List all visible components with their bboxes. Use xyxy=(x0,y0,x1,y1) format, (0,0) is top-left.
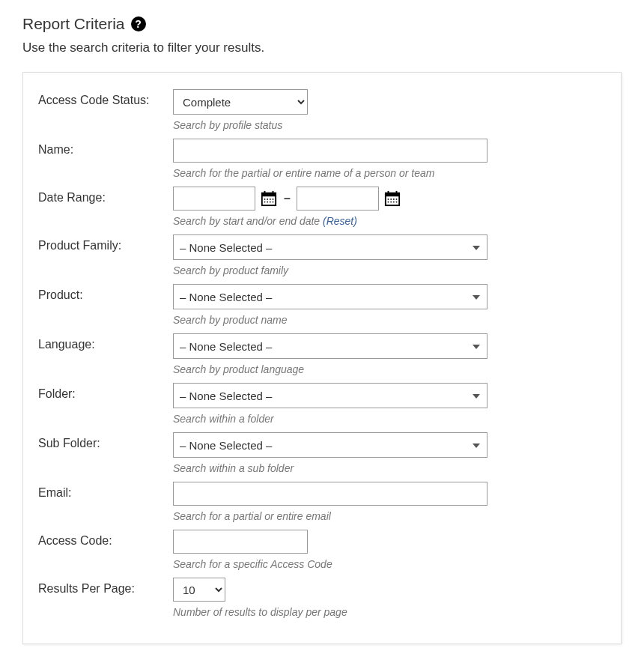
folder-label: Folder: xyxy=(38,383,173,401)
language-select[interactable]: – None Selected – xyxy=(173,333,487,359)
results-per-page-label: Results Per Page: xyxy=(38,578,173,596)
email-hint: Search for a partial or entire email xyxy=(173,510,606,522)
date-end-input[interactable] xyxy=(297,187,379,211)
sub-folder-label: Sub Folder: xyxy=(38,432,173,450)
date-range-label: Date Range: xyxy=(38,187,173,205)
calendar-icon[interactable] xyxy=(383,190,401,208)
page-title: Report Criteria xyxy=(22,15,125,33)
name-label: Name: xyxy=(38,139,173,157)
product-hint: Search by product name xyxy=(173,314,606,326)
access-code-label: Access Code: xyxy=(38,530,173,548)
access-code-status-select[interactable]: Complete xyxy=(173,89,308,115)
page-subtitle: Use the search criteria to filter your r… xyxy=(22,40,622,55)
name-input[interactable] xyxy=(173,139,487,163)
sub-folder-select[interactable]: – None Selected – xyxy=(173,432,487,458)
name-hint: Search for the partial or entire name of… xyxy=(173,167,606,179)
product-family-select[interactable]: – None Selected – xyxy=(173,234,487,260)
report-criteria-form: Access Code Status: Complete Search by p… xyxy=(22,72,622,644)
access-code-hint: Search for a specific Access Code xyxy=(173,558,606,570)
date-range-hint: Search by start and/or end date (Reset) xyxy=(173,215,606,227)
access-code-status-hint: Search by profile status xyxy=(173,119,606,131)
results-per-page-hint: Number of results to display per page xyxy=(173,606,606,618)
language-hint: Search by product language xyxy=(173,363,606,375)
product-label: Product: xyxy=(38,284,173,302)
help-icon[interactable]: ? xyxy=(131,16,146,31)
product-family-label: Product Family: xyxy=(38,234,173,252)
folder-select[interactable]: – None Selected – xyxy=(173,383,487,408)
language-label: Language: xyxy=(38,333,173,351)
folder-hint: Search within a folder xyxy=(173,413,606,425)
date-range-separator: – xyxy=(282,192,292,205)
email-label: Email: xyxy=(38,482,173,500)
calendar-icon[interactable] xyxy=(260,190,278,208)
access-code-input[interactable] xyxy=(173,530,308,554)
product-select[interactable]: – None Selected – xyxy=(173,284,487,309)
date-range-hint-text: Search by start and/or end date xyxy=(173,215,323,227)
date-reset-link[interactable]: (Reset) xyxy=(323,215,357,227)
sub-folder-hint: Search within a sub folder xyxy=(173,462,606,474)
access-code-status-label: Access Code Status: xyxy=(38,89,173,107)
product-family-hint: Search by product family xyxy=(173,264,606,276)
results-per-page-select[interactable]: 10 xyxy=(173,578,225,602)
date-start-input[interactable] xyxy=(173,187,255,211)
email-input[interactable] xyxy=(173,482,487,506)
